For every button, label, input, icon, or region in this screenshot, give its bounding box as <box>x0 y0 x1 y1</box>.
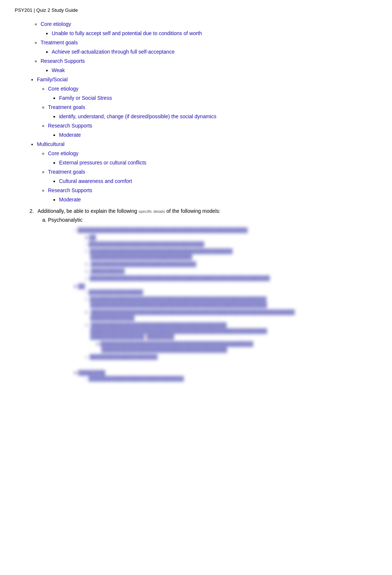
fs-core-etiology-value: Family or Social Stress <box>59 94 377 102</box>
core-etiology-value: Unable to fully accept self and potentia… <box>52 30 377 37</box>
mc-treatment-goals-label: Treatment goals <box>48 169 85 175</box>
blurred-sub-numbered-2: i. ████████████████ ii. ████████████████… <box>85 289 377 360</box>
blurred-s2-iv: iv. ████████████████████████████████████… <box>85 322 377 340</box>
mc-research-supports-item: Research Supports Moderate <box>48 187 377 204</box>
mc-core-etiology-list: External pressures or cultural conflicts <box>59 159 377 167</box>
mc-research-supports-value: Moderate <box>59 196 377 204</box>
blurred-bullet-3-sub: i. ████████████████████████████ <box>85 375 377 381</box>
numbered-item-2-text: Additionally, be able to explain the fol… <box>38 208 220 214</box>
humanistic-sublist: Core etiology Unable to fully accept sel… <box>41 20 377 74</box>
treatment-goals-item-humanistic: Treatment goals Achieve self-actualizati… <box>41 39 377 56</box>
mc-core-etiology-value: External pressures or cultural conflicts <box>59 159 377 167</box>
research-supports-value-humanistic: Weak <box>52 67 377 74</box>
fs-research-supports-text: Moderate <box>59 132 81 138</box>
blurred-sub-iii: iii. ███████████████████████████████ <box>85 261 377 267</box>
core-etiology-list: Unable to fully accept self and potentia… <box>52 30 377 37</box>
page-title: PSY201 | Quiz 2 Study Guide <box>15 7 377 13</box>
mc-treatment-goals-value: Cultural awareness and comfort <box>59 177 377 185</box>
core-etiology-text: Unable to fully accept self and potentia… <box>52 30 202 36</box>
blurred-spacer <box>74 361 377 368</box>
fs-core-etiology-item: Core etiology Family or Social Stress <box>48 85 377 102</box>
alpha-item-a: Psychoanalytic <box>48 216 377 224</box>
mc-core-etiology-item: Core etiology External pressures or cult… <box>48 150 377 167</box>
blurred-sub-i: i. ██████████████████████████████████ <box>85 241 377 247</box>
fs-research-supports-item: Research Supports Moderate <box>48 122 377 139</box>
mc-research-supports-list: Moderate <box>59 196 377 204</box>
blurred-s2-iii: iii. ███████████████████████████████████… <box>85 309 377 321</box>
fs-research-supports-value: Moderate <box>59 131 377 139</box>
main-content: Core etiology Unable to fully accept sel… <box>30 20 377 381</box>
blurred-row-2: ■ ██ <box>85 234 377 240</box>
family-social-list: Family/Social Core etiology Family or So… <box>37 76 377 204</box>
blurred-sub-ii: ii. ████████████████████████████████████… <box>85 248 377 260</box>
blurred-content-block: i. █████████████████████████████████████… <box>74 227 377 381</box>
research-supports-item-humanistic: Research Supports Weak <box>41 57 377 74</box>
blurred-bullet-3: ■ ████████ <box>74 370 377 375</box>
blurred-row-1: i. █████████████████████████████████████… <box>74 227 377 233</box>
multicultural-item: Multicultural Core etiology External pre… <box>37 140 377 204</box>
numbered-item-2: 2. Additionally, be able to explain the … <box>30 208 377 214</box>
blurred-s2-i: i. ████████████████ <box>85 289 377 295</box>
mc-research-supports-label: Research Supports <box>48 187 92 193</box>
mc-core-etiology-text: External pressures or cultural conflicts <box>59 160 147 166</box>
fs-research-supports-label: Research Supports <box>48 123 92 129</box>
treatment-goals-text-humanistic: Achieve self-actualization through full … <box>52 49 175 55</box>
core-etiology-label: Core etiology <box>41 21 71 27</box>
fs-core-etiology-list: Family or Social Stress <box>59 94 377 102</box>
fs-treatment-goals-value: identify, understand, change (if desired… <box>59 113 377 120</box>
blurred-sub-v: v. █████████████████████████████████████… <box>85 275 377 281</box>
fs-treatment-goals-item: Treatment goals identify, understand, ch… <box>48 103 377 120</box>
mc-research-supports-text: Moderate <box>59 197 81 203</box>
fs-core-etiology-text: Family or Social Stress <box>59 95 112 101</box>
fs-treatment-goals-list: identify, understand, change (if desired… <box>59 113 377 120</box>
blurred-sub-numbered: i. ██████████████████████████████████ ii… <box>85 241 377 281</box>
research-supports-list-humanistic: Weak <box>52 67 377 74</box>
fs-research-supports-list: Moderate <box>59 131 377 139</box>
treatment-goals-value-humanistic: Achieve self-actualization through full … <box>52 48 377 56</box>
blurred-s2-iv-sub: ■ ██████████████████████████████████████… <box>96 341 377 353</box>
blurred-sub-iv: iv. ██████████ <box>85 268 377 274</box>
numbered-section-2: 2. Additionally, be able to explain the … <box>30 208 377 224</box>
blurred-s2-ii: ii. ████████████████████████████████████… <box>85 296 377 308</box>
numbered-item-2-number: 2. <box>30 208 34 214</box>
fs-core-etiology-label: Core etiology <box>48 86 79 92</box>
research-supports-text-humanistic: Weak <box>52 67 65 73</box>
family-social-sublist: Core etiology Family or Social Stress Tr… <box>48 85 377 139</box>
fs-treatment-goals-text: identify, understand, change (if desired… <box>59 113 216 119</box>
family-social-label: Family/Social <box>37 76 68 82</box>
multicultural-sublist: Core etiology External pressures or cult… <box>48 150 377 204</box>
mc-core-etiology-label: Core etiology <box>48 150 79 156</box>
alpha-list: Psychoanalytic <box>48 216 377 224</box>
treatment-goals-list-humanistic: Achieve self-actualization through full … <box>52 48 377 56</box>
blurred-bullet-2: ■ ██ <box>74 283 377 289</box>
mc-treatment-goals-item: Treatment goals Cultural awareness and c… <box>48 168 377 185</box>
research-supports-label-humanistic: Research Supports <box>41 58 85 64</box>
family-social-item: Family/Social Core etiology Family or So… <box>37 76 377 139</box>
blurred-s2-v: v. ████████████████████ <box>85 354 377 360</box>
core-etiology-item: Core etiology Unable to fully accept sel… <box>41 20 377 37</box>
multicultural-label: Multicultural <box>37 141 65 147</box>
treatment-goals-label-humanistic: Treatment goals <box>41 40 78 45</box>
mc-treatment-goals-list: Cultural awareness and comfort <box>59 177 377 185</box>
fs-treatment-goals-label: Treatment goals <box>48 104 85 110</box>
mc-treatment-goals-text: Cultural awareness and comfort <box>59 178 132 184</box>
